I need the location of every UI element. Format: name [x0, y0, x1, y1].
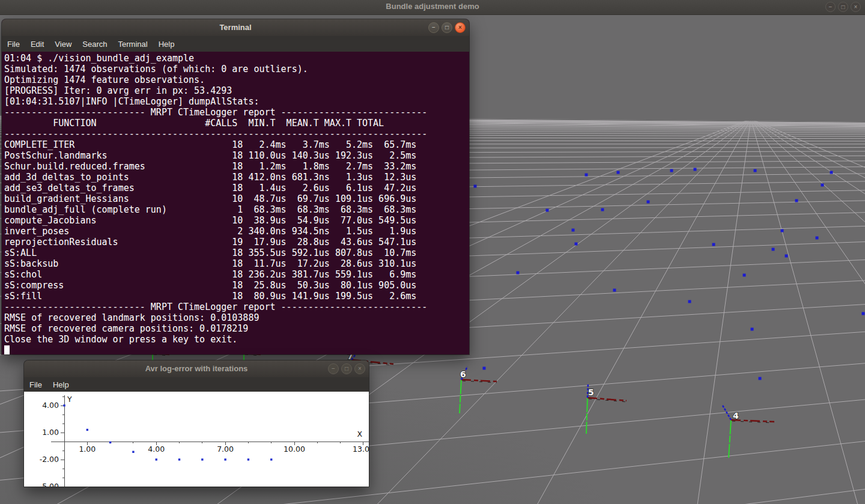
landmark-point: [821, 184, 824, 187]
main-window-title: Bundle adjustment demo: [0, 2, 865, 11]
landmark-point: [575, 243, 578, 246]
landmark-point: [647, 201, 650, 204]
x-tick-label: 1.00: [79, 445, 96, 454]
data-point: [86, 429, 88, 431]
terminal-output-area[interactable]: 01:04 $ ./vision_bundle_adj_example Simu…: [2, 52, 469, 354]
terminal-menubar: FileEditViewSearchTerminalHelp: [2, 36, 469, 52]
terminal-output: 01:04 $ ./vision_bundle_adj_example Simu…: [2, 52, 469, 354]
data-point: [132, 451, 134, 453]
plot-title: Avr log-error with iterations: [24, 364, 369, 373]
landmark-point: [816, 237, 819, 240]
data-point: [178, 458, 180, 460]
landmark-point: [785, 255, 788, 258]
terminal-menu-item-search[interactable]: Search: [77, 40, 112, 49]
landmark-point: [613, 289, 616, 292]
landmark-point: [795, 199, 798, 202]
landmark-point: [751, 328, 754, 331]
terminal-menu-item-view[interactable]: View: [49, 40, 77, 49]
plot-menubar: FileHelp: [24, 377, 369, 392]
camera-label: 5: [588, 387, 594, 397]
landmark-point: [517, 272, 520, 275]
terminal-menu-item-terminal[interactable]: Terminal: [113, 40, 153, 49]
plot-titlebar[interactable]: Avr log-error with iterations − □ ×: [24, 360, 369, 377]
terminal-menu-item-help[interactable]: Help: [153, 40, 180, 49]
data-point: [201, 458, 203, 460]
landmark-point: [781, 229, 784, 232]
close-icon[interactable]: ×: [455, 22, 466, 33]
terminal-cursor: [4, 345, 10, 354]
terminal-window: Terminal − □ × FileEditViewSearchTermina…: [2, 19, 469, 354]
landmark-point: [601, 208, 604, 211]
x-axis-label: X: [357, 430, 362, 439]
terminal-window-controls: − □ ×: [428, 22, 466, 33]
maximize-icon[interactable]: □: [442, 22, 452, 33]
camera-label: 6: [460, 369, 466, 379]
data-point: [156, 458, 157, 460]
chart-plot-area[interactable]: 1.004.007.0010.0013.004.001.00-2.00-5.00…: [24, 392, 369, 487]
y-tick-label: 4.00: [42, 401, 59, 410]
landmark-point: [670, 169, 673, 172]
data-point: [270, 458, 272, 460]
landmark-point: [483, 367, 486, 370]
landmark-point: [862, 312, 865, 315]
landmark-point: [712, 243, 715, 246]
plot-window: Avr log-error with iterations − □ × File…: [24, 360, 369, 487]
minimize-icon[interactable]: −: [825, 2, 836, 12]
scatter-chart: 1.004.007.0010.0013.004.001.00-2.00-5.00…: [24, 392, 369, 487]
landmark-point: [474, 185, 477, 188]
maximize-icon[interactable]: □: [341, 363, 352, 374]
minimize-icon[interactable]: −: [428, 22, 439, 33]
camera-frame-5: 5: [586, 383, 627, 434]
landmark-point: [585, 174, 588, 177]
main-window-controls: − □ ×: [825, 2, 861, 12]
landmark-point: [743, 274, 746, 277]
landmark-point: [772, 248, 775, 251]
x-tick-label: 13.00: [353, 445, 369, 454]
camera-label: 4: [733, 411, 739, 421]
plot-menu-item-help[interactable]: Help: [47, 380, 74, 389]
y-axis-label: Y: [67, 395, 72, 404]
camera-frame-4: 4: [723, 405, 774, 458]
main-window-titlebar: Bundle adjustment demo − □ ×: [0, 0, 865, 15]
x-tick-label: 7.00: [217, 445, 234, 454]
terminal-menu-item-edit[interactable]: Edit: [25, 40, 49, 49]
minimize-icon[interactable]: −: [328, 363, 339, 374]
plot-window-controls: − □ ×: [328, 363, 365, 374]
data-point: [63, 404, 65, 406]
landmark-point: [572, 229, 575, 232]
landmark-point: [759, 377, 762, 380]
y-tick-label: -2.00: [40, 455, 59, 464]
landmark-point: [830, 171, 833, 174]
landmark-point: [694, 168, 697, 171]
desktop: 4567 Bundle adjustment demo − □ × Termin…: [0, 0, 865, 504]
close-icon[interactable]: ×: [851, 2, 861, 12]
terminal-title: Terminal: [2, 23, 469, 32]
maximize-icon[interactable]: □: [838, 2, 848, 12]
y-tick-label: -5.00: [40, 482, 59, 487]
data-point: [224, 458, 226, 460]
terminal-menu-item-file[interactable]: File: [2, 40, 25, 49]
x-tick-label: 4.00: [148, 445, 165, 454]
y-tick-label: 1.00: [42, 428, 59, 437]
landmark-point: [754, 169, 757, 172]
terminal-titlebar[interactable]: Terminal − □ ×: [2, 19, 469, 36]
close-icon[interactable]: ×: [354, 363, 365, 374]
data-point: [109, 442, 111, 443]
landmark-point: [546, 209, 549, 212]
landmark-point: [617, 171, 620, 174]
x-tick-label: 10.00: [284, 445, 305, 454]
data-point: [247, 458, 249, 460]
plot-menu-item-file[interactable]: File: [24, 380, 47, 389]
landmark-point: [688, 300, 691, 303]
camera-frame-6: 6: [460, 366, 497, 413]
